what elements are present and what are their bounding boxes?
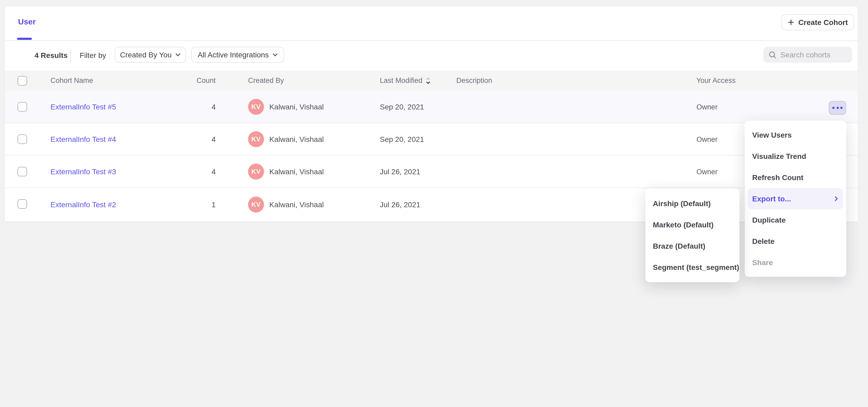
- cohort-count: 4: [180, 156, 216, 188]
- cohort-name-link[interactable]: ExternalInfo Test #3: [51, 156, 116, 188]
- created-by-name: Kalwani, Vishaal: [269, 135, 324, 144]
- row-checkbox[interactable]: [18, 102, 27, 112]
- access-cell: Owner: [696, 91, 718, 123]
- filter-by-label: Filter by: [80, 51, 106, 60]
- tabbar-divider: [5, 40, 858, 41]
- row-checkbox[interactable]: [18, 167, 27, 177]
- created-by-cell: KV Kalwani, Vishaal: [248, 156, 324, 188]
- submenu-item-airship[interactable]: Airship (Default): [645, 193, 739, 214]
- created-by-name: Kalwani, Vishaal: [269, 200, 324, 209]
- row-actions-menu: View Users Visualize Trend Refresh Count…: [745, 121, 846, 277]
- avatar: KV: [248, 99, 264, 115]
- table-row: ExternalInfo Test #5 4 KV Kalwani, Visha…: [5, 91, 858, 123]
- last-modified-cell: Sep 20, 2021: [380, 91, 424, 123]
- column-last-modified[interactable]: Last Modified: [380, 76, 431, 85]
- create-cohort-button[interactable]: Create Cohort: [781, 14, 854, 30]
- created-by-cell: KV Kalwani, Vishaal: [248, 188, 324, 221]
- created-by-name: Kalwani, Vishaal: [269, 167, 324, 176]
- cohort-name-link[interactable]: ExternalInfo Test #2: [51, 188, 116, 221]
- last-modified-cell: Sep 20, 2021: [380, 123, 424, 155]
- menu-item-export-to[interactable]: Export to...: [748, 188, 843, 209]
- menu-item-view-users[interactable]: View Users: [745, 124, 846, 146]
- column-cohort-name[interactable]: Cohort Name: [51, 76, 93, 85]
- filter-integrations-label: All Active Integrations: [197, 51, 269, 59]
- menu-item-visualize-trend[interactable]: Visualize Trend: [745, 146, 846, 167]
- cohort-count: 4: [180, 123, 216, 155]
- row-checkbox[interactable]: [18, 134, 27, 144]
- menu-item-delete[interactable]: Delete: [745, 230, 846, 252]
- export-to-label: Export to...: [752, 194, 791, 203]
- active-tab-indicator: [17, 38, 32, 40]
- cohort-count: 4: [180, 91, 216, 123]
- cohort-name-link[interactable]: ExternalInfo Test #4: [51, 123, 116, 155]
- filter-integrations-dropdown[interactable]: All Active Integrations: [191, 47, 284, 63]
- column-description[interactable]: Description: [456, 76, 492, 85]
- filter-created-by-dropdown[interactable]: Created By You: [115, 47, 186, 63]
- plus-icon: [788, 19, 794, 26]
- created-by-cell: KV Kalwani, Vishaal: [248, 123, 324, 155]
- select-all-checkbox[interactable]: [18, 76, 27, 86]
- submenu-item-marketo[interactable]: Marketo (Default): [645, 214, 739, 236]
- toolbar-divider: [70, 49, 71, 62]
- table-row: ExternalInfo Test #4 4 KV Kalwani, Visha…: [5, 123, 858, 156]
- menu-item-share: Share: [745, 252, 846, 273]
- column-created-by[interactable]: Created By: [248, 76, 284, 85]
- row-actions-button[interactable]: [829, 101, 846, 115]
- avatar: KV: [248, 131, 264, 147]
- avatar: KV: [248, 196, 264, 213]
- last-modified-cell: Jul 26, 2021: [380, 188, 421, 221]
- chevron-right-icon: [835, 196, 838, 201]
- column-count[interactable]: Count: [180, 76, 216, 85]
- search-cohorts-box[interactable]: [763, 47, 852, 63]
- created-by-name: Kalwani, Vishaal: [269, 102, 324, 111]
- row-checkbox[interactable]: [18, 199, 27, 209]
- column-your-access[interactable]: Your Access: [696, 76, 736, 85]
- column-last-modified-label: Last Modified: [380, 76, 423, 85]
- create-cohort-label: Create Cohort: [798, 18, 848, 27]
- results-count: 4 Results: [34, 51, 68, 60]
- menu-item-refresh-count[interactable]: Refresh Count: [745, 167, 846, 188]
- table-row: ExternalInfo Test #3 4 KV Kalwani, Visha…: [5, 156, 858, 188]
- avatar: KV: [248, 164, 264, 180]
- table-header: Cohort Name Count Created By Last Modifi…: [5, 71, 858, 91]
- submenu-item-segment[interactable]: Segment (test_segment): [645, 257, 739, 278]
- sort-desc-icon[interactable]: [426, 77, 431, 84]
- search-icon: [769, 51, 777, 59]
- cohort-name-link[interactable]: ExternalInfo Test #5: [51, 91, 116, 123]
- access-cell: Owner: [696, 123, 718, 155]
- export-submenu: Airship (Default) Marketo (Default) Braz…: [645, 189, 739, 282]
- chevron-down-icon: [175, 53, 181, 56]
- submenu-item-braze[interactable]: Braze (Default): [645, 236, 739, 257]
- last-modified-cell: Jul 26, 2021: [380, 156, 421, 188]
- search-input[interactable]: [780, 51, 847, 59]
- tab-user[interactable]: User: [18, 17, 36, 26]
- created-by-cell: KV Kalwani, Vishaal: [248, 91, 324, 123]
- filter-created-by-label: Created By You: [120, 51, 172, 59]
- menu-item-duplicate[interactable]: Duplicate: [745, 209, 846, 230]
- chevron-down-icon: [273, 53, 278, 56]
- dots-icon: [832, 107, 835, 109]
- access-cell: Owner: [696, 156, 718, 188]
- cohort-count: 1: [180, 188, 216, 221]
- cohorts-page: User Create Cohort 4 Results Filter by C…: [0, 0, 868, 407]
